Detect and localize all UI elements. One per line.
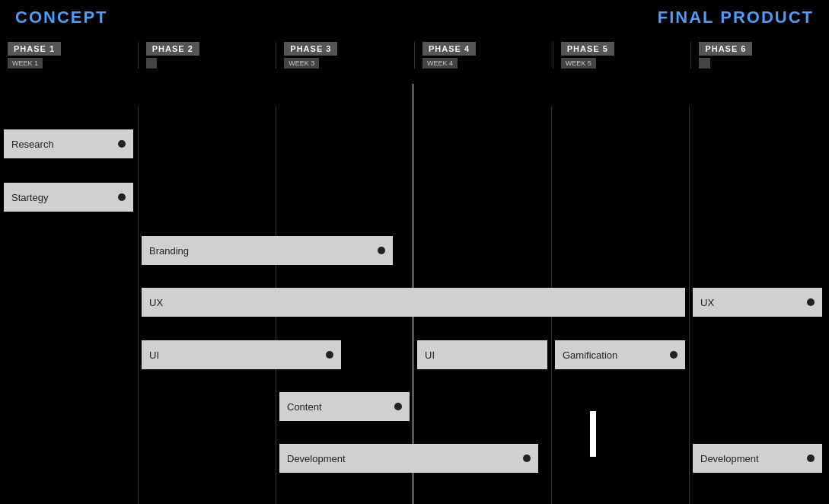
ui2-label: UI [425, 349, 435, 361]
task-gamification: Gamification [555, 340, 685, 369]
task-research: Research [4, 129, 133, 158]
task-content: Content [279, 392, 410, 421]
columns-area: PHASE 1 WEEK 1 PHASE 2 PHASE 3 WEEK 3 PH… [0, 42, 829, 69]
task-ux2: UX [693, 288, 822, 317]
col-0-sub: WEEK 1 [8, 58, 43, 69]
col-2-sub: WEEK 3 [284, 58, 319, 69]
vline-0 [138, 107, 139, 504]
task-development2: Development [693, 444, 822, 473]
strategy-dot [118, 193, 126, 201]
ui1-label: UI [149, 349, 159, 361]
task-ui1: UI [142, 340, 341, 369]
timeline: Research Startegy Branding UX UX UI UI G… [0, 107, 829, 504]
col-0: PHASE 1 WEEK 1 [0, 42, 138, 69]
col-0-title: PHASE 1 [8, 42, 61, 56]
col-5: PHASE 6 [690, 42, 829, 69]
col-5-title: PHASE 6 [699, 42, 752, 56]
final-label: FINAL PRODUCT [658, 8, 814, 27]
col-3-sub: WEEK 4 [422, 58, 458, 69]
ux-label: UX [149, 297, 163, 308]
task-strategy: Startegy [4, 183, 133, 212]
development2-dot [807, 455, 815, 462]
development1-label: Development [287, 453, 346, 464]
gamification-label: Gamification [563, 349, 617, 361]
ux2-label: UX [700, 297, 714, 308]
task-ux: UX [142, 288, 685, 317]
concept-label: CONCEPT [15, 8, 108, 27]
col-2: PHASE 3 WEEK 3 [276, 42, 414, 69]
ux2-dot [807, 298, 815, 306]
col-1: PHASE 2 [138, 42, 276, 69]
research-label: Research [11, 139, 54, 150]
task-development1: Development [279, 444, 538, 473]
col-4-sub: WEEK 5 [561, 58, 596, 69]
col-2-title: PHASE 3 [284, 42, 337, 56]
col-5-sub [699, 58, 710, 69]
col-3-title: PHASE 4 [422, 42, 476, 56]
col-1-sub [146, 58, 158, 69]
research-dot [118, 140, 126, 148]
ui1-dot [326, 351, 333, 359]
development1-dot [523, 455, 531, 462]
branding-dot [378, 247, 385, 254]
vline-4 [689, 107, 690, 504]
header: CONCEPT FINAL PRODUCT [0, 0, 829, 35]
development2-label: Development [700, 453, 759, 464]
content-label: Content [287, 401, 322, 413]
col-1-title: PHASE 2 [146, 42, 199, 56]
gamification-dot [670, 351, 678, 359]
task-ui2: UI [417, 340, 547, 369]
col-4: PHASE 5 WEEK 5 [553, 42, 691, 69]
task-branding: Branding [142, 236, 393, 265]
content-dot [394, 403, 402, 410]
white-rect [590, 411, 596, 457]
strategy-label: Startegy [11, 192, 48, 203]
col-3: PHASE 4 WEEK 4 [414, 42, 553, 69]
branding-label: Branding [149, 245, 189, 257]
col-4-title: PHASE 5 [561, 42, 614, 56]
